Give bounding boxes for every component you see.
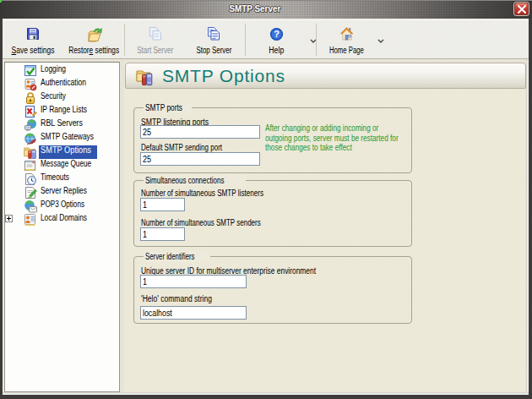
svg-text:?: ? (274, 29, 280, 39)
